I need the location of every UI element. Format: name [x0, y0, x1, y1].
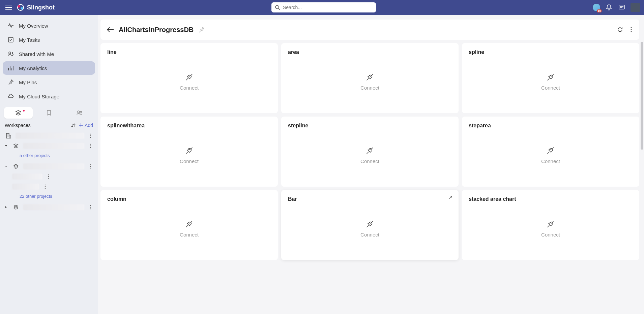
- nav-label: Shared with Me: [19, 51, 54, 57]
- card-body: Connect: [107, 55, 271, 107]
- chart-card[interactable]: areaConnect: [281, 43, 459, 113]
- card-body: Connect: [288, 55, 452, 107]
- connect-label[interactable]: Connect: [541, 85, 560, 91]
- back-arrow-icon[interactable]: [107, 27, 114, 33]
- chart-card[interactable]: stepareaConnect: [462, 117, 639, 187]
- profile-square[interactable]: [631, 3, 640, 12]
- svg-point-29: [631, 27, 632, 28]
- card-body: Connect: [469, 202, 633, 254]
- plug-icon: [546, 72, 556, 82]
- more-icon[interactable]: [46, 174, 51, 180]
- search-wrap: [58, 2, 589, 12]
- connect-label[interactable]: Connect: [360, 158, 379, 164]
- layers-icon: [12, 164, 20, 169]
- sidebar-item-cloud[interactable]: My Cloud Storage: [3, 90, 95, 103]
- connect-label[interactable]: Connect: [360, 85, 379, 91]
- sidebar-item-tasks[interactable]: My Tasks: [3, 33, 95, 46]
- chart-card[interactable]: steplineConnect: [281, 117, 459, 187]
- other-projects-link[interactable]: 5 other projects: [2, 151, 96, 161]
- workspace-item-group2[interactable]: [2, 161, 96, 171]
- building-icon: [5, 133, 12, 139]
- plug-icon: [365, 219, 375, 229]
- card-body: Connect: [469, 55, 633, 107]
- layers-icon: [12, 143, 20, 149]
- sidebar-item-pins[interactable]: My Pins: [3, 75, 95, 89]
- redacted-label: [23, 163, 84, 169]
- workspace-subitem[interactable]: [2, 171, 96, 182]
- plug-icon: [184, 146, 194, 156]
- workspaces-label: Workspaces: [5, 123, 31, 128]
- scrollbar[interactable]: [641, 42, 643, 150]
- svg-point-3: [275, 5, 279, 9]
- expand-icon[interactable]: [448, 195, 452, 200]
- more-icon[interactable]: [88, 204, 93, 210]
- connect-label[interactable]: Connect: [541, 158, 560, 164]
- other-projects-link[interactable]: 22 other projects: [2, 192, 96, 202]
- workspace-tabs: [0, 104, 98, 121]
- chart-card[interactable]: lineConnect: [100, 43, 278, 113]
- chart-card[interactable]: splineConnect: [462, 43, 639, 113]
- workspace-item-group1[interactable]: [2, 141, 96, 151]
- sidebar-item-overview[interactable]: My Overview: [3, 19, 95, 32]
- svg-point-2: [21, 7, 23, 10]
- workspaces-header: Workspaces Add: [0, 121, 98, 130]
- search-box[interactable]: [271, 2, 376, 12]
- add-workspace-button[interactable]: Add: [79, 123, 93, 128]
- sidebar-item-analytics[interactable]: My Analytics: [3, 61, 95, 75]
- chart-card[interactable]: stacked area chartConnect: [462, 190, 639, 260]
- refresh-icon[interactable]: [616, 25, 624, 34]
- connect-label[interactable]: Connect: [360, 232, 379, 238]
- layers-icon: [12, 205, 20, 210]
- chart-card[interactable]: splinewithareaConnect: [100, 117, 278, 187]
- avatar[interactable]: 15: [593, 4, 600, 11]
- card-body: Connect: [288, 129, 452, 181]
- svg-rect-4: [619, 5, 624, 9]
- connect-label[interactable]: Connect: [180, 232, 199, 238]
- more-vertical-icon[interactable]: [629, 26, 633, 34]
- caret-down-icon[interactable]: [5, 145, 9, 147]
- nav-label: My Overview: [19, 23, 48, 29]
- connect-label[interactable]: Connect: [541, 232, 560, 238]
- workspace-subitem[interactable]: [2, 182, 96, 192]
- svg-point-17: [90, 164, 91, 165]
- workspace-item-group3[interactable]: [2, 202, 96, 212]
- nav-label: My Analytics: [19, 65, 47, 71]
- bell-icon[interactable]: [605, 3, 613, 11]
- svg-point-1: [18, 5, 20, 8]
- tab-members[interactable]: [65, 107, 94, 119]
- svg-point-23: [45, 185, 46, 186]
- content-area: AllChartsInProgressDB lineConnectareaCon…: [98, 15, 644, 314]
- more-icon[interactable]: [42, 184, 48, 190]
- svg-point-22: [48, 178, 49, 179]
- add-label: Add: [85, 123, 93, 128]
- more-icon[interactable]: [88, 143, 93, 149]
- svg-point-25: [45, 188, 46, 189]
- connect-label[interactable]: Connect: [180, 85, 199, 91]
- card-body: Connect: [107, 129, 271, 181]
- brand-logo[interactable]: Slingshot: [17, 4, 55, 11]
- plug-icon: [546, 219, 556, 229]
- caret-down-icon[interactable]: [5, 165, 9, 168]
- tab-layers[interactable]: [4, 107, 33, 119]
- pin-outline-icon[interactable]: [198, 26, 205, 33]
- search-input[interactable]: [283, 5, 373, 10]
- hamburger-menu-icon[interactable]: [4, 3, 13, 12]
- sort-icon[interactable]: [70, 123, 76, 128]
- caret-right-icon[interactable]: [5, 206, 9, 209]
- cloud-icon: [7, 93, 14, 100]
- svg-point-14: [90, 144, 91, 145]
- chart-card[interactable]: BarConnect: [281, 190, 459, 260]
- sidebar-item-shared[interactable]: Shared with Me: [3, 47, 95, 61]
- svg-point-28: [90, 209, 91, 210]
- more-icon[interactable]: [88, 133, 93, 139]
- plug-icon: [546, 146, 556, 156]
- svg-point-24: [45, 186, 46, 187]
- more-icon[interactable]: [88, 163, 93, 169]
- chat-icon[interactable]: [618, 3, 626, 11]
- svg-point-11: [90, 134, 91, 135]
- connect-label[interactable]: Connect: [180, 158, 199, 164]
- chart-card[interactable]: columnConnect: [100, 190, 278, 260]
- tab-bookmarks[interactable]: [35, 107, 63, 119]
- plug-icon: [365, 72, 375, 82]
- workspace-item-org[interactable]: [2, 131, 96, 141]
